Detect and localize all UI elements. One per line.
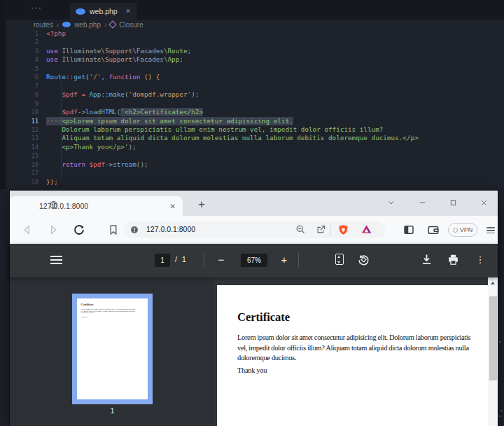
pdf-text-line: Lorem ipsum dolor sit amet consectetur a… [237,334,470,341]
print-button[interactable] [447,253,461,267]
code-segment [46,134,62,142]
code-segment: ; [179,55,183,64]
page-number-value: 1 [160,256,164,264]
code-segment: App [168,55,180,64]
code-line[interactable]: 16 return $pdf->stream(); [0,160,504,169]
tab-search-chevron-icon[interactable] [384,195,399,210]
window-minimize-button[interactable] [414,195,430,210]
url-bar[interactable]: 127.0.0.1:8000 [124,221,386,238]
code-segment: Dolorum laborum perspiciatis ullam enim … [62,125,383,134]
fit-page-button[interactable] [333,253,347,267]
window-close-button[interactable] [476,195,491,210]
browser-tab[interactable]: 127.0.0.1:8000 ✕ [10,196,183,216]
indent-guide [61,82,62,178]
browser-menu-icon[interactable] [486,226,495,234]
thumbnail-page-number: 1 [72,406,153,415]
code-segment [46,108,62,116]
closure-symbol-icon [109,20,117,28]
code-segment: :: [101,90,108,99]
tab-close-icon[interactable]: ✕ [125,8,131,15]
tab-close-icon[interactable]: ✕ [170,202,176,210]
pdf-thumbnail-page-1[interactable]: Certificate Lorem ipsum dolor sit amet c… [72,294,153,404]
zoom-out-page-icon[interactable] [295,224,306,235]
brave-rewards-icon[interactable] [360,224,372,235]
code-segment: ); [129,143,136,151]
line-number: 17 [0,169,46,177]
code-segment: function [109,73,141,81]
code-line[interactable]: 2 [0,38,504,46]
site-info-icon[interactable] [130,226,139,234]
code-segment: use [46,47,62,55]
pdf-text-line: doloremque ducimus. [237,354,296,362]
wallet-icon[interactable] [427,224,440,236]
code-segment: App [90,90,102,99]
scrollbar-thumb[interactable] [489,296,497,380]
code-line[interactable]: 15 [0,151,504,160]
editor-actions-ellipsis-icon[interactable]: ··· [31,2,42,13]
code-segment: <p>Lorem ipsum dolor sit amet consectetu… [62,117,293,125]
breadcrumb-file[interactable]: web.php [74,21,101,29]
code-line[interactable]: 11····<p>Lorem ipsum dolor sit amet cons… [0,117,504,125]
code-segment [46,90,62,99]
pdf-toolbar: 1 / 1 − 67% + [10,244,498,277]
code-segment: $pdf [62,90,77,99]
code-line[interactable]: 3use Illuminate\Support\Facades\Route; [0,47,504,55]
pdf-sidebar-toggle-icon[interactable] [50,256,62,265]
share-icon[interactable] [316,224,326,235]
reload-icon[interactable] [73,224,85,236]
code-segment: () [144,73,152,81]
breadcrumb-closure[interactable]: Closure [119,21,143,29]
page-number-input[interactable]: 1 [155,254,170,267]
code-line[interactable]: 7 [0,82,504,90]
back-icon[interactable] [21,224,34,236]
code-line[interactable]: 1<?php [0,29,504,38]
pdf-scrollbar[interactable] [488,277,498,426]
code-segment: Route [46,73,66,81]
browser-tab-title: 127.0.0.1:8000 [39,202,88,210]
new-tab-button[interactable]: + [195,198,209,212]
code-line[interactable]: 5 [0,64,504,73]
editor-tab-webphp[interactable]: web.php ✕ [70,3,136,20]
brave-shield-icon[interactable] [337,224,349,236]
line-number: 14 [0,143,46,151]
page-separator: / [175,255,177,263]
scrollbar-up-arrow-icon[interactable] [491,282,495,284]
code-segment: ); [191,90,199,99]
code-segment: Aliquam totam aliquid dicta dolorum mole… [62,134,418,142]
divider [330,224,331,235]
code-line[interactable]: 12 Dolorum laborum perspiciatis ullam en… [0,125,504,134]
zoom-out-button[interactable]: − [214,253,228,267]
code-line[interactable]: 8 $pdf = App::make('dompdf.wrapper'); [0,90,504,99]
code-line[interactable]: 9 [0,99,504,108]
line-number: 18 [0,178,46,186]
breadcrumb-routes[interactable]: routes [34,21,53,29]
download-button[interactable] [420,253,434,267]
code-line[interactable]: 13 Aliquam totam aliquid dicta dolorum m… [0,134,504,142]
code-line[interactable]: 6Route::get('/', function () { [0,73,504,81]
code-segment: loadHTML [85,108,117,116]
window-maximize-button[interactable] [445,195,461,210]
bookmark-icon[interactable] [107,224,120,236]
pdf-text-line: vel, impedit dolor officiis illum? Aliqu… [237,344,469,352]
globe-icon [49,200,58,209]
code-segment: $pdf [90,160,105,169]
code-line[interactable]: 17 [0,169,504,177]
code-segment: -> [78,108,85,116]
code-segment: = [78,90,90,99]
rotate-button[interactable] [357,253,371,267]
code-segment: $pdf [62,108,77,116]
vpn-button[interactable]: VPN [448,223,477,237]
line-number: 2 [0,38,46,46]
forward-icon[interactable] [47,224,59,236]
zoom-level-box[interactable]: 67% [241,254,267,267]
sidebar-toggle-icon[interactable] [402,224,415,236]
code-line[interactable]: 10 $pdf->loadHTML('<h2>Certificate</h2> [0,108,504,116]
code-line[interactable]: 14 <p>Thank you</p>'); [0,143,504,151]
code-segment: Illuminate\Support\Facades\ [62,55,167,64]
pdf-more-options-icon[interactable]: ⋮ [473,253,487,267]
code-line[interactable]: 18}); [0,178,504,186]
code-line[interactable]: 4use Illuminate\Support\Facades\App; [0,55,504,64]
zoom-in-button[interactable]: + [277,253,291,267]
line-number: 5 [0,64,46,73]
line-number: 15 [0,151,46,160]
